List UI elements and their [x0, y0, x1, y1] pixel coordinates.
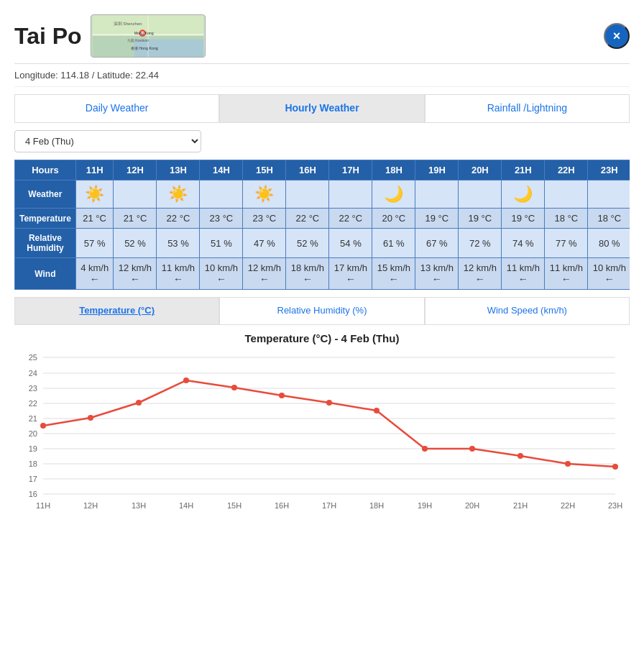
svg-text:18: 18 [29, 459, 37, 468]
svg-text:17H: 17H [322, 501, 336, 510]
chart-container: 16 17 18 19 20 21 22 23 24 25 11H 12H 13… [14, 350, 630, 516]
chart-tabs: Temperature (°C) Relative Humidity (%) W… [14, 297, 630, 325]
svg-text:17: 17 [29, 475, 37, 483]
table-row-temperature: Temperature 21 °C 21 °C 22 °C 23 °C 23 °… [15, 209, 630, 229]
tab-rainfall[interactable]: Rainfall /Lightning [425, 94, 630, 122]
svg-point-53 [422, 446, 428, 452]
svg-point-51 [326, 400, 332, 406]
date-select[interactable]: 4 Feb (Thu) 5 Feb (Fri) 6 Feb (Sat) 7 Fe… [14, 130, 201, 152]
svg-text:15H: 15H [227, 501, 242, 510]
svg-point-49 [231, 385, 237, 390]
svg-text:九龍 Kowloon: 九龍 Kowloon [127, 38, 149, 42]
svg-text:19: 19 [29, 444, 37, 453]
main-tabs: Daily Weather Hourly Weather Rainfall /L… [14, 94, 630, 123]
svg-text:22H: 22H [561, 501, 575, 510]
svg-text:Mong Kong: Mong Kong [134, 31, 153, 35]
svg-point-47 [136, 400, 142, 406]
svg-text:21H: 21H [513, 501, 528, 510]
svg-text:18H: 18H [369, 501, 384, 510]
svg-point-55 [518, 453, 523, 459]
chart-tab-wind[interactable]: Wind Speed (km/h) [425, 297, 630, 324]
table-header-row: Hours 11H 12H 13H 14H 15H 16H 17H 18H 19… [15, 160, 630, 180]
map-thumbnail: 深圳 Shenzhen Mong Kong 九龍 Kowloon 香港 Hong… [91, 14, 206, 58]
weather-table: Hours 11H 12H 13H 14H 15H 16H 17H 18H 19… [14, 160, 630, 290]
svg-text:香港 Hong Kong: 香港 Hong Kong [130, 46, 157, 50]
svg-text:23: 23 [29, 384, 37, 393]
table-row-weather: Weather ☀️ ☀️ ☀️ 🌙 🌙 🌙 [15, 180, 630, 209]
svg-text:16H: 16H [275, 501, 289, 510]
svg-text:14H: 14H [179, 501, 193, 510]
chart-tab-temperature[interactable]: Temperature (°C) [14, 297, 219, 324]
svg-point-45 [40, 423, 46, 429]
table-row-humidity: RelativeHumidity 57 % 52 % 53 % 51 % 47 … [15, 229, 630, 258]
svg-point-50 [279, 393, 285, 398]
svg-text:24: 24 [29, 369, 37, 378]
svg-point-52 [374, 408, 380, 413]
svg-point-56 [565, 461, 571, 467]
svg-text:深圳 Shenzhen: 深圳 Shenzhen [113, 22, 142, 26]
svg-text:22: 22 [29, 399, 37, 408]
table-row-wind: Wind 4 km/h← 12 km/h← 11 km/h← 10 km/h← … [15, 258, 630, 290]
temperature-chart: 16 17 18 19 20 21 22 23 24 25 11H 12H 13… [14, 350, 630, 516]
svg-text:20: 20 [29, 429, 37, 438]
svg-text:12H: 12H [83, 501, 98, 510]
svg-text:19H: 19H [418, 501, 432, 510]
header-left: Tai Po 深圳 Shenzhen Mong Kong [14, 14, 206, 58]
chart-title: Temperature (°C) - 4 Feb (Thu) [14, 332, 630, 344]
coordinates: Longitude: 114.18 / Latitude: 22.44 [14, 64, 630, 87]
header: Tai Po 深圳 Shenzhen Mong Kong [14, 7, 630, 64]
svg-text:25: 25 [29, 353, 37, 362]
weather-table-wrap: Hours 11H 12H 13H 14H 15H 16H 17H 18H 19… [14, 160, 630, 290]
svg-point-48 [183, 378, 189, 383]
svg-point-54 [469, 446, 475, 452]
tab-daily[interactable]: Daily Weather [14, 94, 219, 122]
svg-text:16: 16 [29, 490, 37, 498]
svg-point-46 [88, 415, 93, 421]
tab-hourly[interactable]: Hourly Weather [219, 94, 424, 122]
svg-text:13H: 13H [132, 501, 146, 510]
city-name: Tai Po [14, 23, 82, 50]
chart-tab-humidity[interactable]: Relative Humidity (%) [219, 297, 424, 324]
svg-text:11H: 11H [36, 501, 50, 510]
svg-text:20H: 20H [465, 501, 479, 510]
svg-point-57 [612, 464, 618, 470]
close-button[interactable]: × [604, 23, 630, 49]
chart-section: Temperature (°C) - 4 Feb (Thu) 16 1 [14, 325, 630, 523]
date-selector-wrap: 4 Feb (Thu) 5 Feb (Fri) 6 Feb (Sat) 7 Fe… [14, 130, 630, 152]
svg-text:23H: 23H [608, 501, 622, 510]
col-hours-header: Hours [15, 160, 76, 180]
svg-text:21: 21 [29, 414, 37, 423]
